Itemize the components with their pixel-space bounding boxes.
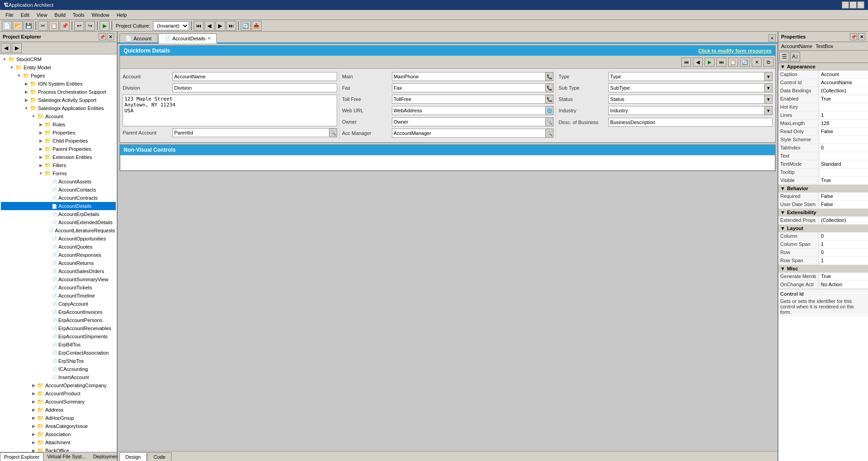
tree-item-erpshipments[interactable]: 📄 ErpAccountShipments [1,332,116,341]
tree-item-saleslogix-app[interactable]: ▼ 📁 Saleslogix Application Entities [1,104,116,112]
props-textmode-value[interactable]: Standard [819,160,868,168]
tab-accountdetails[interactable]: 📄 AccountDetails ✕ [158,34,217,43]
tree-item-erpcontact[interactable]: 📄 ErpContactAssociation [1,349,116,357]
nav-prev-btn[interactable]: ◀ [693,58,703,67]
parent-account-input[interactable] [172,128,329,137]
props-enabled-value[interactable]: True [819,95,868,103]
modify-form-link[interactable]: Click to modify form resources [698,48,772,53]
tree-item-ion[interactable]: ▶ 📁 ION System Entities [1,80,116,88]
tree-item-copyaccount[interactable]: 📄 CopyAccount [1,300,116,308]
tree-item-adhocgroup[interactable]: ▶ 📁 AdHocGroup [1,414,116,422]
weburl-input[interactable] [392,106,546,115]
industry-dropdown-btn[interactable]: ▼ [764,106,773,115]
culture-select[interactable]: (Invariant) [153,21,189,30]
tree-item-erpshiptos[interactable]: 📄 ErpShipTos [1,357,116,365]
owner-input[interactable] [392,117,546,126]
open-button[interactable]: 📂 [13,21,23,31]
cut-button[interactable]: ✂ [38,21,48,31]
subtype-dropdown-btn[interactable]: ▼ [764,83,773,92]
save-button[interactable]: 💾 [24,21,33,31]
tree-item-erpaccountreceivables[interactable]: 📄 ErpAccountReceivables [1,324,116,332]
props-visible-value[interactable]: True [819,177,868,184]
tab-close-button[interactable]: ✕ [207,36,211,41]
desc-input[interactable] [608,118,773,127]
tree-item-accountliterature[interactable]: 📄 AccountLiteratureRequests [1,226,116,235]
props-text-value[interactable] [819,152,868,160]
tree-item-erpaccountpersons[interactable]: 📄 ErpAccountPersons [1,316,116,324]
tree-item-accounttimeline[interactable]: 📄 AccountTimeline [1,292,116,300]
tollfree-phone-btn[interactable]: 📞 [545,95,553,104]
tree-item-accountdetails[interactable]: 📄 AccountDetails [1,202,116,210]
owner-lookup-btn[interactable]: 🔍 [545,117,553,126]
tree-item-accountcontracts[interactable]: 📄 AccountContracts [1,194,116,202]
tree-item-accountsalesorders[interactable]: 📄 AccountSalesOrders [1,267,116,275]
pe-pin[interactable]: 📌 [99,33,106,40]
tree-item-accountoperating[interactable]: ▶ 📁 AccountOperatingCompany [1,381,116,389]
tree-item-association[interactable]: ▶ 📁 Association [1,430,116,438]
pe-tab-virtual[interactable]: Virtual File Syst... [43,452,89,461]
paste-button[interactable]: 📌 [60,21,70,31]
tree-item-address[interactable]: ▶ 📁 Address [1,406,116,414]
tree-item-erpbilltos[interactable]: 📄 ErpBillTos [1,341,116,349]
copy-record-btn[interactable]: 📋 [728,58,738,67]
tollfree-input[interactable] [392,95,546,104]
tree-item-filters[interactable]: ▶ 📁 Filters [1,161,116,169]
tree-item-insertaccount[interactable]: 📄 InsertAccount [1,373,116,381]
props-sort-cat[interactable]: ☰ [779,52,789,62]
nav-next-btn[interactable]: ▶ [705,58,715,67]
props-sort-alpha[interactable]: A↕ [790,52,800,62]
props-onchange-value[interactable]: No Action [819,281,868,288]
props-section-extensibility[interactable]: ▼ Extensibility [778,209,868,216]
tree-item-child-props[interactable]: ▶ 📁 Child Properties [1,137,116,145]
props-section-behavior[interactable]: ▼ Behavior [778,185,868,192]
panel-close-button[interactable]: ✕ [768,34,776,42]
nav-last-btn[interactable]: ⏭ [716,58,726,67]
props-stylescheme-value[interactable] [819,136,868,144]
tree-item-accountproduct[interactable]: ▶ 📁 AccountProduct [1,389,116,398]
design-tab[interactable]: Design [119,452,147,461]
refresh-btn[interactable]: 🔄 [740,58,750,67]
minimize-button[interactable]: ─ [842,1,849,9]
acc-manager-input[interactable] [392,129,546,138]
account-name-input[interactable] [172,72,337,81]
division-input[interactable] [172,83,337,92]
props-userdatestamp-value[interactable]: False [819,201,868,208]
props-extprops-value[interactable]: (Collection) [819,216,868,224]
props-maxlength-value[interactable]: 128 [819,120,868,127]
props-column-value[interactable]: 0 [819,232,868,240]
type-dropdown-btn[interactable]: ▼ [764,72,773,81]
close-button[interactable]: ✕ [857,1,864,9]
tree-item-attachment[interactable]: ▶ 📁 Attachment [1,438,116,447]
props-caption-value[interactable]: Account [819,71,868,78]
pe-close[interactable]: ✕ [107,33,114,40]
tree-item-accountsummary-view[interactable]: 📄 AccountSummaryView [1,275,116,283]
tree-item-properties[interactable]: ▶ 📁 Properties [1,129,116,137]
props-section-layout[interactable]: ▼ Layout [778,225,868,232]
duplicate-btn[interactable]: ⧉ [763,58,773,67]
props-row-value[interactable]: 0 [819,249,868,256]
tree-item-erpaccountinvoices[interactable]: 📄 ErpAccountInvoices [1,308,116,316]
menu-file[interactable]: File [2,11,17,19]
tree-item-accountresponses[interactable]: 📄 AccountResponses [1,251,116,259]
tab-account[interactable]: 📄 Account [119,34,157,43]
copy-button[interactable]: 📋 [49,21,59,31]
nav-next[interactable]: ▶ [215,21,225,31]
restore-button[interactable]: ❐ [849,1,857,9]
tree-item-account[interactable]: ▼ 📁 Account [1,112,116,120]
props-controlid-value[interactable]: AccountName [819,79,868,86]
acc-manager-lookup-btn[interactable]: 🔍 [545,129,553,138]
industry-input[interactable] [608,106,764,115]
subtype-input[interactable] [608,83,764,92]
tree-item-accounttickets[interactable]: 📄 AccountTickets [1,283,116,292]
menu-tools[interactable]: Tools [69,11,88,19]
undo-button[interactable]: ↩ [74,21,84,31]
tree-item-entity-model[interactable]: ▼ 📁 Entity Model [1,63,116,72]
tree-item-accountextended[interactable]: 📄 AccountExtendedDetails [1,218,116,226]
tree-item-accounterp[interactable]: 📄 AccountErpDetails [1,210,116,218]
status-dropdown-btn[interactable]: ▼ [764,95,773,104]
menu-view[interactable]: View [33,11,51,19]
nav-last[interactable]: ⏭ [226,21,236,31]
pe-back[interactable]: ◀ [1,43,11,53]
props-rowspan-value[interactable]: 1 [819,257,868,264]
fax-input[interactable] [392,83,546,92]
